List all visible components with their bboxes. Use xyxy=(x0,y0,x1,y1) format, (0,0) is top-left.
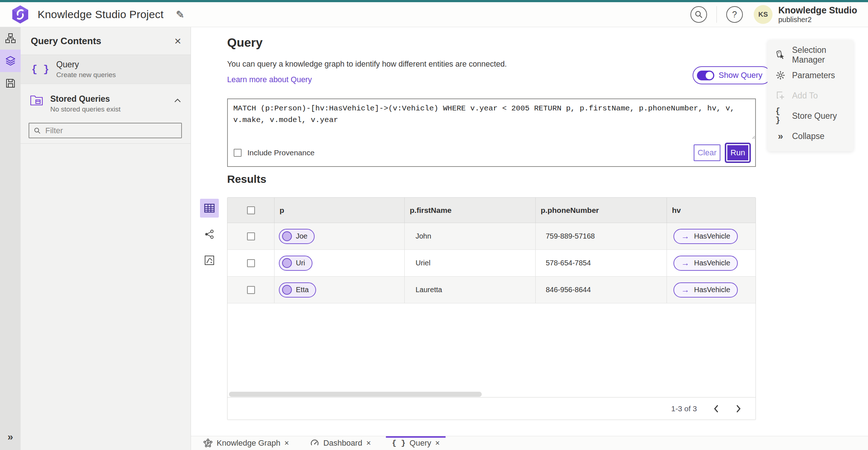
relationship-pill[interactable]: → HasVehicle xyxy=(673,282,738,298)
collapse-item[interactable]: » Collapse xyxy=(767,126,854,146)
query-actions-panel: Selection Manager Parameters xyxy=(767,40,854,151)
avatar[interactable]: KS xyxy=(754,5,773,24)
rail-expand-icon[interactable]: » xyxy=(0,431,21,443)
clear-button[interactable]: Clear xyxy=(694,144,720,161)
chevron-left-icon xyxy=(713,405,719,413)
tab-dashboard[interactable]: Dashboard × xyxy=(304,436,377,450)
show-query-toggle[interactable]: Show Query xyxy=(693,66,771,84)
cell-firstname: John xyxy=(405,223,536,249)
chevron-right-icon xyxy=(735,405,742,413)
include-provenance-checkbox[interactable] xyxy=(234,149,242,157)
user-name: Knowledge Studio xyxy=(778,5,857,16)
cell-p: Etta xyxy=(275,277,405,303)
tab-knowledge-graph[interactable]: Knowledge Graph × xyxy=(197,436,295,450)
rail-item-save[interactable] xyxy=(0,72,21,94)
include-provenance-label: Include Provenance xyxy=(247,148,315,157)
table-row: Etta Lauretta 846-956-8644 → HasVehicle xyxy=(227,277,756,303)
selection-manager-item[interactable]: Selection Manager xyxy=(767,45,854,65)
person-node-pill[interactable]: Joe xyxy=(279,229,315,244)
cell-phonenumber: 578-654-7854 xyxy=(536,250,667,276)
tab-label: Knowledge Graph xyxy=(217,438,280,448)
help-button[interactable]: ? xyxy=(726,6,743,23)
close-icon[interactable]: × xyxy=(174,35,181,47)
parameters-item[interactable]: Parameters xyxy=(767,65,854,85)
row-checkbox[interactable] xyxy=(247,259,255,267)
next-page-button[interactable] xyxy=(735,405,742,413)
search-button[interactable] xyxy=(690,6,707,23)
person-node-label: Etta xyxy=(296,286,309,294)
panel-divider xyxy=(21,143,191,144)
share-graph-icon xyxy=(204,229,214,239)
cell-p: Uri xyxy=(275,250,405,276)
panel-header: Query Contents × xyxy=(21,27,191,55)
column-header-phonenumber[interactable]: p.phoneNumber xyxy=(536,198,667,223)
person-node-pill[interactable]: Uri xyxy=(279,256,312,271)
row-checkbox-cell xyxy=(227,223,275,249)
query-contents-panel: Query Contents × { } Query Create new qu… xyxy=(21,27,191,450)
rail-item-model[interactable] xyxy=(0,27,21,50)
tab-close-icon[interactable]: × xyxy=(435,438,440,448)
table-header-row: p p.firstName p.phoneNumber hv xyxy=(227,198,756,223)
row-checkbox[interactable] xyxy=(247,286,255,294)
firstname-value: Lauretta xyxy=(416,286,442,294)
query-item-label: Query xyxy=(56,60,116,70)
search-icon xyxy=(694,10,703,19)
run-button[interactable]: Run xyxy=(726,144,749,161)
table-view-button[interactable] xyxy=(200,199,219,218)
sidebar-item-stored-queries[interactable]: Stored Queries No stored queries exist xyxy=(21,88,191,113)
braces-icon: { } xyxy=(392,439,405,447)
results-table: p p.firstName p.phoneNumber hv Joe John xyxy=(227,197,756,420)
graph-view-button[interactable] xyxy=(200,225,219,244)
table-row: Uri Uriel 578-654-7854 → HasVehicle xyxy=(227,250,756,277)
filter-search-icon xyxy=(34,127,41,135)
header-checkbox-cell xyxy=(227,198,275,223)
parameters-label: Parameters xyxy=(792,71,835,80)
chevron-up-icon[interactable] xyxy=(174,98,181,103)
arrow-right-icon: → xyxy=(681,232,689,240)
tab-query[interactable]: { } Query × xyxy=(386,436,446,450)
filter-input[interactable] xyxy=(45,126,177,135)
select-all-checkbox[interactable] xyxy=(247,206,255,214)
add-to-item: Add To xyxy=(767,85,854,106)
column-header-p[interactable]: p xyxy=(275,198,405,223)
tab-label: Query xyxy=(409,438,431,448)
chart-view-button[interactable] xyxy=(200,251,219,270)
edit-title-icon[interactable]: ✎ xyxy=(176,9,184,21)
row-checkbox[interactable] xyxy=(247,232,255,240)
query-editor[interactable]: MATCH (p:Person)-[hv:HasVehicle]->(v:Veh… xyxy=(227,98,756,140)
cell-firstname: Uriel xyxy=(405,250,536,276)
prev-page-button[interactable] xyxy=(713,405,719,413)
layers-icon xyxy=(5,55,16,67)
relationship-pill[interactable]: → HasVehicle xyxy=(673,229,738,244)
results-heading: Results xyxy=(227,173,266,185)
results-view-switcher xyxy=(200,199,219,270)
rail-item-layers[interactable] xyxy=(0,50,21,72)
cell-firstname: Lauretta xyxy=(405,277,536,303)
query-heading: Query xyxy=(227,35,263,50)
tab-close-icon[interactable]: × xyxy=(284,438,289,448)
user-info: Knowledge Studio publisher2 xyxy=(778,5,860,24)
person-node-pill[interactable]: Etta xyxy=(279,282,316,298)
arrow-right-icon: → xyxy=(681,286,689,294)
column-header-firstname[interactable]: p.firstName xyxy=(405,198,536,223)
org-chart-icon xyxy=(5,33,16,44)
toggle-switch-on[interactable] xyxy=(697,71,714,80)
learn-more-link[interactable]: Learn more about Query xyxy=(227,75,312,84)
column-header-hv[interactable]: hv xyxy=(667,198,756,223)
collapse-icon: » xyxy=(775,131,786,142)
person-node-label: Uri xyxy=(296,259,305,267)
store-query-item[interactable]: { } Store Query xyxy=(767,106,854,126)
relationship-pill[interactable]: → HasVehicle xyxy=(673,256,738,271)
pagination-label: 1-3 of 3 xyxy=(671,404,697,413)
row-checkbox-cell xyxy=(227,277,275,303)
cell-hv: → HasVehicle xyxy=(667,250,756,276)
horizontal-scrollbar[interactable] xyxy=(229,392,482,397)
dashboard-gauge-icon xyxy=(310,438,319,448)
tab-close-icon[interactable]: × xyxy=(366,438,371,448)
table-row: Joe John 759-889-57168 → HasVehicle xyxy=(227,223,756,250)
tab-label: Dashboard xyxy=(323,438,362,448)
cell-hv: → HasVehicle xyxy=(667,277,756,303)
stored-item-sublabel: No stored queries exist xyxy=(50,105,120,113)
main-content: Query You can query a knowledge graph to… xyxy=(191,27,868,436)
sidebar-item-query[interactable]: { } Query Create new queries xyxy=(21,55,191,84)
